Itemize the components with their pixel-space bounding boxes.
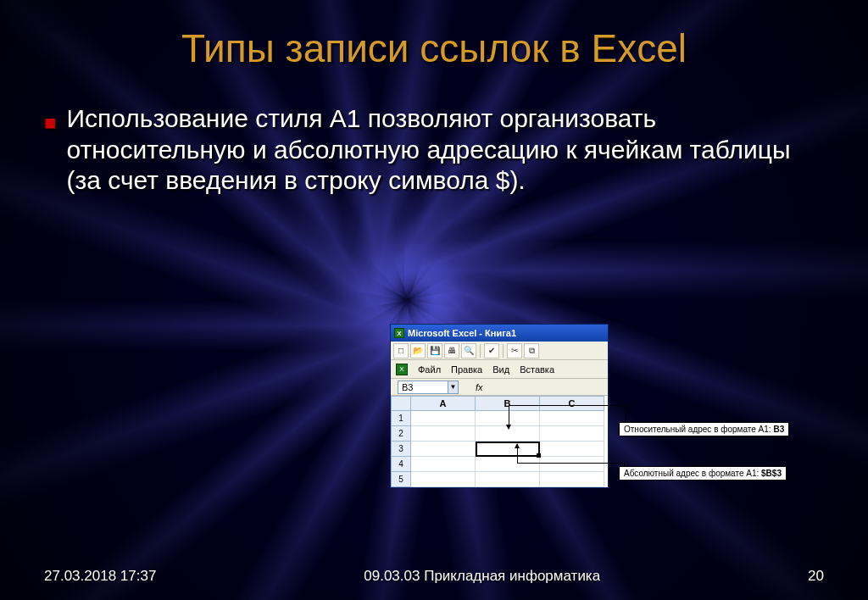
body-paragraph: ■ Использование стиля A1 позволяют орган…: [44, 103, 824, 197]
column-headers: A B C: [411, 396, 604, 411]
bullet-icon: ■: [44, 110, 57, 197]
row-header[interactable]: 3: [391, 442, 411, 457]
name-box-row: B3 ▼ fx: [391, 379, 608, 396]
cell-a2[interactable]: [411, 426, 476, 442]
excel-toolbar: □ 📂 💾 🖶 🔍 ✔ ✂ ⧉: [391, 342, 608, 360]
cell-a1[interactable]: [411, 411, 476, 426]
slide-title: Типы записи ссылок в Excel: [44, 25, 824, 71]
footer-page-number: 20: [808, 568, 824, 585]
callout-connector: [517, 463, 624, 464]
new-icon[interactable]: □: [393, 343, 409, 358]
workbook-icon: X: [396, 364, 408, 375]
cell-c1[interactable]: [540, 411, 604, 426]
body-text: Использование стиля A1 позволяют организ…: [67, 103, 825, 197]
callout-relative: Относительный адрес в формате A1: B3: [619, 422, 789, 436]
fill-handle-icon[interactable]: [537, 453, 541, 458]
column-header[interactable]: B: [476, 396, 540, 411]
cell-b4[interactable]: [476, 457, 540, 472]
row-header[interactable]: 5: [391, 472, 411, 487]
save-icon[interactable]: 💾: [427, 343, 442, 358]
callout-relative-text: Относительный адрес в формате A1:: [624, 425, 773, 434]
excel-window-title: Microsoft Excel - Книга1: [408, 328, 516, 338]
column-header[interactable]: C: [540, 396, 604, 411]
callout-connector: [509, 405, 626, 406]
footer-center: 09.03.03 Прикладная информатика: [364, 568, 600, 585]
row-headers: 1 2 3 4 5: [391, 411, 411, 487]
arrow-up-icon: [517, 444, 518, 463]
menu-view[interactable]: Вид: [492, 364, 509, 375]
name-box[interactable]: B3: [398, 381, 448, 394]
slide-footer: 27.03.2018 17:37 09.03.03 Прикладная инф…: [0, 568, 868, 585]
name-box-dropdown-icon[interactable]: ▼: [448, 381, 459, 394]
cell-a4[interactable]: [411, 457, 476, 472]
cell-c5[interactable]: [540, 472, 604, 487]
excel-titlebar: X Microsoft Excel - Книга1: [391, 325, 608, 342]
spellcheck-icon[interactable]: ✔: [484, 343, 499, 358]
menu-insert[interactable]: Вставка: [520, 364, 554, 375]
cell-a3[interactable]: [411, 442, 476, 457]
row-header[interactable]: 2: [391, 426, 411, 442]
cut-icon[interactable]: ✂: [507, 343, 522, 358]
open-icon[interactable]: 📂: [410, 343, 426, 358]
toolbar-separator: [480, 344, 481, 358]
spreadsheet-grid: 1 2 3 4 5 A B C: [391, 396, 608, 487]
toolbar-separator: [503, 344, 504, 358]
select-all-corner[interactable]: [391, 396, 411, 411]
callout-absolute-value: $B$3: [761, 469, 782, 478]
excel-illustration: X Microsoft Excel - Книга1 □ 📂 💾 🖶 🔍 ✔ ✂…: [390, 324, 737, 510]
copy-icon[interactable]: ⧉: [524, 343, 539, 358]
row-header[interactable]: 4: [391, 457, 411, 472]
callout-absolute: Абсолютный адрес в формате A1: $B$3: [619, 466, 787, 481]
excel-menubar: X Файл Правка Вид Вставка: [391, 360, 608, 379]
cell-c3[interactable]: [540, 442, 604, 457]
preview-icon[interactable]: 🔍: [461, 343, 476, 358]
cell-b3-selected[interactable]: [476, 442, 540, 457]
cell-b5[interactable]: [476, 472, 540, 487]
print-icon[interactable]: 🖶: [444, 343, 459, 358]
slide-content: Типы записи ссылок в Excel ■ Использован…: [0, 0, 868, 600]
footer-date: 27.03.2018 17:37: [44, 568, 156, 585]
row-header[interactable]: 1: [391, 411, 411, 426]
menu-edit[interactable]: Правка: [451, 364, 482, 375]
menu-file[interactable]: Файл: [418, 364, 441, 375]
fx-label[interactable]: fx: [476, 382, 483, 392]
callout-absolute-text: Абсолютный адрес в формате A1:: [624, 469, 761, 478]
callout-relative-value: B3: [773, 425, 784, 434]
arrow-down-icon: [509, 405, 509, 429]
excel-logo-icon: X: [394, 328, 404, 338]
cell-a5[interactable]: [411, 472, 476, 487]
cell-c2[interactable]: [540, 426, 604, 442]
column-header[interactable]: A: [411, 396, 476, 411]
cell-c4[interactable]: [540, 457, 604, 472]
